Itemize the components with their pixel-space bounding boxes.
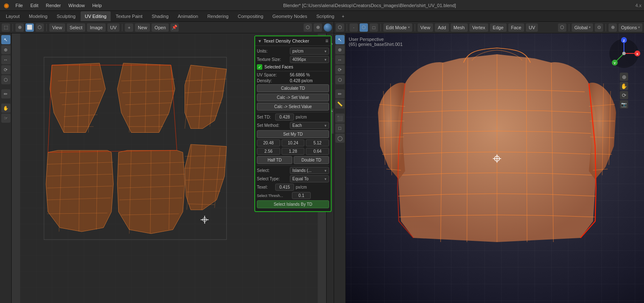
navigation-gizmo[interactable]: X Y Z [607, 37, 641, 70]
tab-geometry-nodes[interactable]: Geometry Nodes [268, 11, 311, 21]
viewport-pan-icon[interactable]: ✋ [620, 82, 628, 90]
3d-tool-scale[interactable]: ⬡ [335, 75, 345, 84]
td-select-dropdown[interactable]: Islands (... ▾ [290, 167, 329, 174]
3d-mode-dropdown[interactable]: Edit Mode ▾ [383, 23, 412, 32]
td-select-islands-button[interactable]: Select Islands By TD [257, 200, 329, 208]
uv-tool-rotate[interactable]: ⟳ [1, 65, 10, 74]
td-num-0-btn[interactable]: 0.64 [306, 148, 329, 155]
3d-viewport-canvas[interactable]: ↖ ⊕ ↔ ⟳ ⬡ ✏ 📏 ⬛ □ ◯ [334, 33, 644, 303]
3d-tool-move[interactable]: ↔ [335, 55, 345, 64]
uv-add-icon[interactable]: + [125, 23, 133, 32]
uv-select-menu[interactable]: Select [67, 23, 86, 32]
td-num-1-btn[interactable]: 1.28 [281, 148, 305, 155]
3d-tool-inset[interactable]: □ [335, 124, 345, 133]
td-calculate-button[interactable]: Calculate TD [257, 84, 329, 92]
tab-modeling[interactable]: Modeling [25, 11, 52, 21]
3d-transform-orientation-dropdown[interactable]: Global ▾ [572, 23, 593, 32]
td-calc-select-value-button[interactable]: Calc -> Select Value [257, 103, 329, 111]
uv-new-button[interactable]: New [135, 23, 150, 32]
uv-pin-icon[interactable]: 📌 [170, 23, 179, 32]
uv-tool-select[interactable]: ↖ [1, 35, 10, 44]
td-panel-close-icon[interactable]: ≡ [325, 38, 328, 44]
3d-uv-menu[interactable]: UV [526, 23, 538, 32]
td-texture-size-dropdown[interactable]: 4096px ▾ [290, 56, 329, 63]
3d-xray-icon[interactable]: ⬡ [558, 23, 566, 32]
uv-mode-icon[interactable]: ⬡ [35, 23, 44, 32]
uv-uv-menu[interactable]: UV [107, 23, 119, 32]
3d-tool-select[interactable]: ↖ [335, 35, 345, 44]
td-selected-faces-checkbox[interactable]: ✓ [257, 64, 262, 70]
3d-tool-measure[interactable]: 📏 [335, 99, 345, 109]
td-num-2-btn[interactable]: 2.56 [257, 148, 280, 155]
3d-tool-bevel[interactable]: ◯ [335, 134, 345, 143]
td-set-td-input[interactable]: 0.428 [275, 114, 294, 121]
td-num-5-btn[interactable]: 5.12 [306, 139, 329, 146]
menu-help[interactable]: Help [90, 2, 104, 9]
uv-image-menu[interactable]: Image [87, 23, 106, 32]
td-double-td-button[interactable]: Double TD [294, 156, 329, 164]
uv-tool-pan[interactable]: ✋ [1, 104, 10, 113]
tab-uv-editing[interactable]: UV Editing [81, 11, 111, 21]
uv-editor-type-icon[interactable]: ⬚ [2, 23, 10, 32]
3d-editor-type-icon[interactable]: ⬡ [336, 23, 344, 32]
uv-viewport-shading-icon[interactable] [324, 23, 332, 32]
uv-viewport[interactable]: ↖ ⊕ ↔ ⟳ ⬡ ✏ ✋ ☞ [0, 33, 334, 303]
tab-texture-paint[interactable]: Texture Paint [112, 11, 147, 21]
3d-face-mode-icon[interactable]: □ [370, 23, 378, 32]
viewport-orbit-icon[interactable]: ⟳ [620, 91, 628, 99]
td-select-thresh-input[interactable]: 0.1 [292, 192, 311, 199]
3d-vertex-mode-icon[interactable]: · [350, 23, 358, 32]
uv-overlay-icon[interactable]: ⬡ [304, 23, 312, 32]
3d-edge-menu[interactable]: Edge [490, 23, 507, 32]
3d-tool-cursor[interactable]: ⊕ [335, 45, 345, 54]
menu-file[interactable]: File [13, 2, 25, 9]
3d-edge-mode-icon[interactable]: ⬡ [360, 23, 368, 32]
uv-tool-zoom[interactable]: ☞ [1, 114, 10, 123]
tab-scripting[interactable]: Scripting [312, 11, 338, 21]
tab-shading[interactable]: Shading [147, 11, 172, 21]
3d-tool-extrude[interactable]: ⬛ [335, 114, 345, 123]
td-half-td-button[interactable]: Half TD [257, 156, 292, 164]
uv-zoom-icon[interactable]: ⊕ [15, 23, 24, 32]
td-num-20-btn[interactable]: 20.48 [257, 139, 280, 146]
uv-tool-move[interactable]: ↔ [1, 55, 10, 64]
3d-mesh-menu[interactable]: Mesh [451, 23, 468, 32]
td-texel-input[interactable]: 0.415 [275, 184, 294, 191]
3d-view-menu[interactable]: View [418, 23, 434, 32]
tab-compositing[interactable]: Compositing [233, 11, 267, 21]
uv-select-mode-icon[interactable]: ⬜ [25, 23, 34, 32]
td-set-method-dropdown[interactable]: Each ▾ [290, 122, 329, 129]
td-select-type-dropdown[interactable]: Equal To ▾ [290, 175, 329, 182]
3d-vertex-menu[interactable]: Vertex [469, 23, 488, 32]
add-workspace-button[interactable]: + [339, 14, 347, 19]
uv-tool-scale[interactable]: ⬡ [1, 75, 10, 84]
3d-snap-icon[interactable]: ⊕ [609, 23, 617, 32]
uv-tool-cursor[interactable]: ⊕ [1, 45, 10, 54]
tab-layout[interactable]: Layout [2, 11, 24, 21]
viewport-camera-icon[interactable]: 📷 [620, 100, 628, 109]
blender-logo-icon[interactable]: ◉ [3, 2, 10, 9]
uv-open-button[interactable]: Open [152, 23, 169, 32]
uv-gizmo-icon[interactable]: ⊕ [314, 23, 322, 32]
td-collapse-icon[interactable]: ▼ [258, 39, 262, 43]
td-num-10-btn[interactable]: 10.24 [281, 139, 305, 146]
3d-proportional-icon[interactable]: ⊙ [595, 23, 603, 32]
3d-options-dropdown[interactable]: Options ▾ [619, 23, 642, 32]
menu-edit[interactable]: Edit [28, 2, 41, 9]
tab-sculpting[interactable]: Sculpting [53, 11, 80, 21]
viewport-zoom-icon[interactable]: ⊕ [620, 73, 628, 81]
3d-tool-rotate[interactable]: ⟳ [335, 65, 345, 74]
menu-render[interactable]: Render [44, 2, 63, 9]
td-set-my-td-button[interactable]: Set My TD [257, 130, 329, 138]
3d-header-sep-4 [569, 24, 569, 31]
3d-face-menu[interactable]: Face [508, 23, 524, 32]
3d-tool-annotate[interactable]: ✏ [335, 89, 345, 98]
tab-animation[interactable]: Animation [174, 11, 203, 21]
uv-view-menu[interactable]: View [49, 23, 65, 32]
td-units-dropdown[interactable]: px/cm ▾ [290, 48, 329, 55]
3d-add-menu[interactable]: Add [435, 23, 449, 32]
uv-tool-annotate[interactable]: ✏ [1, 89, 10, 98]
td-calc-set-value-button[interactable]: Calc -> Set Value [257, 93, 329, 101]
tab-rendering[interactable]: Rendering [203, 11, 233, 21]
menu-window[interactable]: Window [66, 2, 87, 9]
